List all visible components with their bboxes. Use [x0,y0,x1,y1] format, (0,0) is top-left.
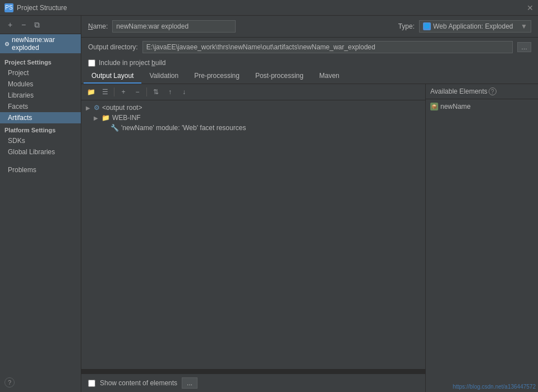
type-label: Type: [398,22,415,30]
type-value-text: Web Application: Exploded [433,22,513,30]
available-content: 📦 newName [426,99,538,392]
tree-item-label: <output root> [102,104,142,112]
artifact-list-item[interactable]: ⚙ newName:war exploded [0,34,81,53]
tab-maven[interactable]: Maven [311,69,347,84]
tree-remove-button[interactable]: − [131,86,144,98]
sidebar-nav: Project Settings Project Modules Librari… [0,53,81,392]
tree-item[interactable]: 🔧 'newName' module: 'Web' facet resource… [81,123,425,133]
project-settings-label: Project Settings [0,56,81,67]
expand-arrow [103,125,111,131]
tab-post-processing[interactable]: Post-processing [247,69,311,84]
include-checkbox[interactable] [88,59,95,67]
tab-validation[interactable]: Validation [141,69,186,84]
sidebar-item-problems[interactable]: Problems [0,164,81,176]
available-header-label: Available Elements [430,87,488,95]
browse-button[interactable]: … [517,42,531,52]
tab-output-layout[interactable]: Output Layout [84,69,141,84]
toolbar-separator-2 [146,87,147,96]
output-dir-input[interactable] [142,41,513,53]
sidebar-item-artifacts[interactable]: Artifacts [0,112,81,123]
output-dir-row: Output directory: … [81,38,538,57]
sidebar-item-libraries[interactable]: Libraries [0,90,81,101]
ellipsis-button[interactable]: ... [182,377,197,389]
tree-content: ▶ ⚙ <output root> ▶ 📁 WEB-INF 🔧 'n [81,100,425,369]
tab-pre-processing[interactable]: Pre-processing [186,69,247,84]
type-dropdown-button[interactable]: ▼ [521,22,527,30]
tree-item-label: 'newName' module: 'Web' facet resources [121,124,246,132]
available-header: Available Elements ? [426,84,538,99]
artifact-icon: ⚙ [4,41,10,47]
title-bar: PS Project Structure ✕ [0,0,538,16]
bottom-bar: Show content of elements ... [81,373,425,392]
sidebar-item-modules[interactable]: Modules [0,79,81,90]
content-panel: Name: Type: 🌐 Web Application: Exploded … [81,16,538,392]
tree-item-label: WEB-INF [112,114,141,122]
name-label: Name: [88,22,108,30]
expand-arrow: ▶ [86,105,94,111]
help-button[interactable]: ? [4,377,15,388]
name-input[interactable] [112,20,236,33]
expand-arrow: ▶ [94,115,102,121]
tree-list-view-button[interactable]: ☰ [99,86,111,98]
main-layout: + − ⧉ ⚙ newName:war exploded Project Set… [0,16,538,392]
close-button[interactable]: ✕ [527,3,534,12]
platform-settings-label: Platform Settings [0,123,81,135]
show-content-label: Show content of elements [100,379,177,387]
app-icon: PS [4,3,13,12]
tree-item[interactable]: ▶ 📁 WEB-INF [81,113,425,123]
available-item[interactable]: 📦 newName [426,102,538,112]
sidebar-toolbar: + − ⧉ [0,16,81,34]
output-root-icon: ⚙ [94,104,100,112]
horizontal-scrollbar[interactable] [81,369,425,373]
sidebar-item-project[interactable]: Project [0,67,81,79]
toolbar-separator [114,87,114,96]
tree-toolbar: 📁 ☰ + − ⇅ ↑ ↓ [81,84,425,100]
available-elements-panel: Available Elements ? 📦 newName [426,84,538,392]
available-help-icon[interactable]: ? [489,87,496,95]
artifact-area: 📁 ☰ + − ⇅ ↑ ↓ ▶ ⚙ <output root> [81,84,538,392]
tree-item[interactable]: ▶ ⚙ <output root> [81,103,425,113]
sidebar: + − ⧉ ⚙ newName:war exploded Project Set… [0,16,81,392]
tree-move-up-button[interactable]: ↑ [164,86,176,98]
add-artifact-button[interactable]: + [4,19,16,30]
folder-icon: 📁 [102,114,110,122]
name-type-row: Name: Type: 🌐 Web Application: Exploded … [81,16,538,38]
tree-sort-button[interactable]: ⇅ [150,86,162,98]
watermark: https://blog.csdn.net/a136447572 [453,384,536,390]
output-dir-label: Output directory: [88,43,138,51]
title-bar-title: Project Structure [17,4,534,12]
remove-artifact-button[interactable]: − [18,19,29,30]
tree-add-button[interactable]: + [117,86,130,98]
tree-create-dir-button[interactable]: 📁 [85,86,97,98]
sidebar-item-facets[interactable]: Facets [0,101,81,112]
tree-area: 📁 ☰ + − ⇅ ↑ ↓ ▶ ⚙ <output root> [81,84,426,392]
type-icon: 🌐 [423,22,431,30]
include-row: Include in project build [81,57,538,69]
type-value: 🌐 Web Application: Exploded ▼ [419,20,531,33]
resource-icon: 🔧 [111,124,119,132]
available-item-label: newName [440,103,471,110]
copy-artifact-button[interactable]: ⧉ [31,19,43,30]
sidebar-item-sdks[interactable]: SDKs [0,135,81,146]
tabs-row: Output Layout Validation Pre-processing … [81,69,538,84]
artifact-item-label: newName:war exploded [12,36,76,52]
sidebar-item-global-libraries[interactable]: Global Libraries [0,146,81,158]
include-label: Include in project build [99,59,165,67]
show-content-checkbox[interactable] [88,380,95,387]
tree-move-down-button[interactable]: ↓ [178,86,190,98]
available-item-icon: 📦 [430,103,438,110]
